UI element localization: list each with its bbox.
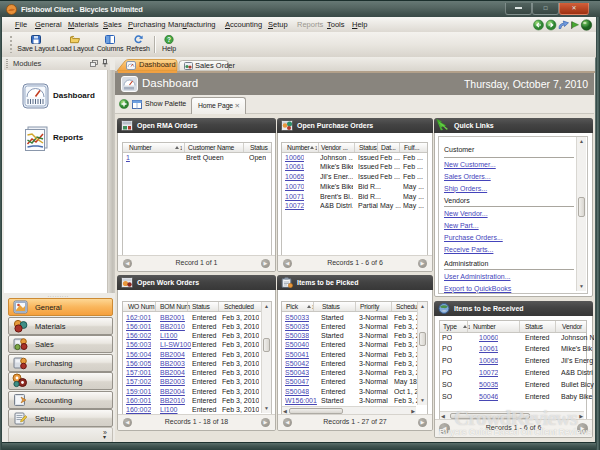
svg-text:?: ?	[167, 36, 171, 43]
svg-text:1: 1	[468, 325, 470, 330]
svg-text:1: 1	[315, 146, 317, 151]
svg-text:1: 1	[180, 146, 182, 151]
